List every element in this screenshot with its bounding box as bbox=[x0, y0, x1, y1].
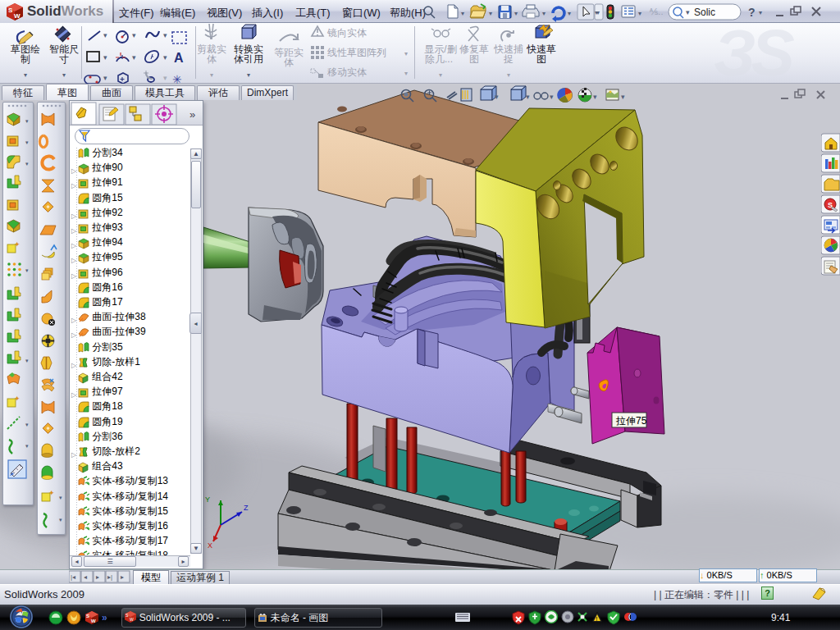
svg-text:✦: ✦ bbox=[48, 489, 55, 497]
svg-text:✦: ✦ bbox=[14, 240, 21, 249]
svg-text:!: ! bbox=[596, 615, 597, 623]
svg-text:▾: ▾ bbox=[25, 443, 29, 449]
svg-text:▾: ▾ bbox=[25, 161, 29, 167]
svg-text:Y: Y bbox=[205, 495, 210, 504]
svg-text:▾: ▾ bbox=[59, 517, 62, 523]
svg-text:W: W bbox=[91, 619, 96, 623]
svg-text:▾: ▾ bbox=[25, 422, 29, 427]
svg-text:X: X bbox=[208, 541, 212, 550]
svg-text:▸: ▸ bbox=[121, 573, 124, 581]
svg-text:▾: ▾ bbox=[25, 267, 29, 273]
svg-text:▾: ▾ bbox=[593, 93, 597, 101]
svg-text:▸: ▸ bbox=[96, 573, 99, 581]
svg-text:W: W bbox=[130, 617, 134, 622]
svg-text:拉伸75: 拉伸75 bbox=[615, 415, 647, 427]
svg-text:▾: ▾ bbox=[621, 93, 625, 101]
svg-text:▾: ▾ bbox=[550, 93, 554, 101]
svg-text:▾: ▾ bbox=[25, 118, 29, 124]
svg-text:S: S bbox=[86, 614, 89, 619]
svg-text:▾: ▾ bbox=[25, 358, 29, 363]
svg-text:✦: ✦ bbox=[14, 395, 21, 403]
svg-text:▾: ▾ bbox=[495, 93, 499, 101]
svg-text:Z: Z bbox=[244, 504, 249, 512]
svg-text:»: » bbox=[102, 612, 107, 623]
svg-text:▾: ▾ bbox=[25, 139, 29, 145]
svg-text:|◂: |◂ bbox=[71, 573, 75, 581]
svg-text:9:41: 9:41 bbox=[771, 612, 791, 623]
svg-text:▾: ▾ bbox=[526, 93, 530, 101]
svg-text:▾: ▾ bbox=[59, 495, 62, 500]
svg-text:»: » bbox=[189, 108, 195, 121]
svg-text:◂: ◂ bbox=[84, 573, 87, 581]
svg-text:▸|: ▸| bbox=[107, 573, 112, 581]
